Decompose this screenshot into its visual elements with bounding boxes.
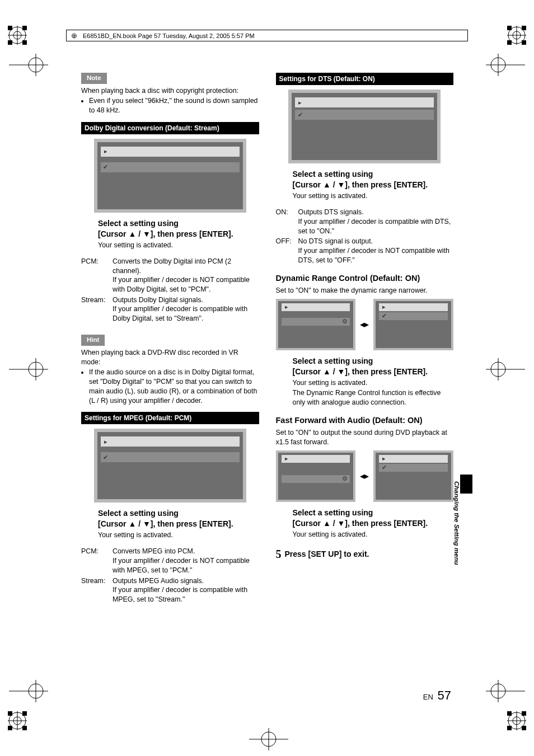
dolby-definition-list: PCM: Converts the Dolby Digital into PCM… xyxy=(81,257,259,323)
play-icon: ▸ xyxy=(295,98,305,107)
svg-rect-20 xyxy=(8,711,12,716)
heading-drc: Dynamic Range Control (Default: ON) xyxy=(276,273,454,284)
instruction-sub: Your setting is activated. xyxy=(98,241,259,250)
mpeg-definition-list: PCM: Converts MPEG into PCM.If your ampl… xyxy=(81,547,259,604)
drc-sub: Set to "ON" to make the dynamic range na… xyxy=(276,286,454,295)
heading-dts: Settings for DTS (Default: ON) xyxy=(276,73,454,85)
gear-icon: ⚙ xyxy=(282,475,350,483)
crop-mark-icon xyxy=(9,358,48,381)
play-icon: ▸ xyxy=(379,303,389,311)
instruction-heading: Select a setting using [Cursor ▲ / ▼], t… xyxy=(293,169,454,190)
drc-note: The Dynamic Range Control function is ef… xyxy=(293,388,454,407)
note-badge: Note xyxy=(81,73,107,84)
heading-mpeg: Settings for MPEG (Default: PCM) xyxy=(81,412,259,424)
play-icon: ▸ xyxy=(101,438,111,446)
register-mark-icon xyxy=(8,26,27,45)
triangle-up-icon: ▲ xyxy=(323,367,331,377)
arrow-left-right-icon: ◂▸ xyxy=(360,318,369,331)
triangle-up-icon: ▲ xyxy=(323,518,331,529)
drc-screenshots: ▸ ⚙ ◂▸ ▸ ✔ xyxy=(276,299,454,350)
arrow-left-right-icon: ◂▸ xyxy=(360,470,369,482)
triangle-up-icon: ▲ xyxy=(128,519,136,529)
note-bullet: Even if you select "96kHz," the sound is… xyxy=(89,96,259,115)
svg-rect-21 xyxy=(22,711,27,716)
instruction-heading: Select a setting using [Cursor ▲ / ▼], t… xyxy=(293,356,454,377)
menu-screenshot-dolby: ▸ ✔ xyxy=(94,139,246,213)
svg-rect-30 xyxy=(507,726,512,730)
check-icon: ✔ xyxy=(295,111,305,119)
svg-rect-12 xyxy=(507,26,512,30)
svg-rect-29 xyxy=(522,711,526,716)
svg-rect-5 xyxy=(22,26,27,30)
step-number: 5 xyxy=(276,548,282,560)
running-head-text: E6851BD_EN.book Page 57 Tuesday, August … xyxy=(83,32,255,39)
instruction-sub: Your setting is activated. xyxy=(293,191,454,201)
svg-rect-7 xyxy=(22,40,27,45)
svg-rect-15 xyxy=(522,40,526,45)
svg-rect-14 xyxy=(507,40,512,45)
triangle-down-icon: ▼ xyxy=(337,367,345,377)
running-head: ⊕ E6851BD_EN.book Page 57 Tuesday, Augus… xyxy=(66,30,468,41)
dts-definition-list: ON: Outputs DTS signals.If your amplifie… xyxy=(276,208,454,265)
register-mark-icon xyxy=(507,711,526,730)
play-icon: ▸ xyxy=(282,303,292,311)
instruction-sub: Your setting is activated. xyxy=(293,378,454,388)
crop-mark-icon xyxy=(9,54,48,76)
triangle-down-icon: ▼ xyxy=(337,180,345,190)
play-icon: ▸ xyxy=(101,147,111,156)
page-number: 57 xyxy=(438,688,451,702)
page-footer: EN 57 xyxy=(423,688,451,703)
triangle-down-icon: ▼ xyxy=(143,519,151,529)
triangle-up-icon: ▲ xyxy=(128,229,136,240)
book-icon: ⊕ xyxy=(71,32,77,39)
svg-rect-28 xyxy=(507,711,512,716)
play-icon: ▸ xyxy=(282,454,292,463)
heading-ffa: Fast Forward with Audio (Default: ON) xyxy=(276,415,454,426)
triangle-down-icon: ▼ xyxy=(337,518,345,529)
crop-mark-icon xyxy=(486,358,525,381)
svg-rect-6 xyxy=(8,40,12,45)
ffa-screenshots: ▸ ⚙ ◂▸ ▸ ✔ xyxy=(276,450,454,502)
crop-mark-icon xyxy=(486,680,525,702)
crop-mark-icon xyxy=(249,728,288,750)
svg-rect-13 xyxy=(522,26,526,30)
svg-rect-22 xyxy=(8,726,12,730)
hint-bullet: If the audio source on a disc is in Dolb… xyxy=(89,368,259,405)
note-text: When playing back a disc with copyright … xyxy=(81,86,259,96)
svg-rect-23 xyxy=(22,726,27,730)
register-mark-icon xyxy=(507,26,526,45)
hint-text: When playing back a DVD-RW disc recorded… xyxy=(81,348,259,367)
check-icon: ✔ xyxy=(101,163,111,171)
instruction-heading: Select a setting using [Cursor ▲ / ▼], t… xyxy=(98,218,259,240)
check-icon: ✔ xyxy=(101,453,111,462)
triangle-down-icon: ▼ xyxy=(143,229,151,240)
footer-lang: EN xyxy=(423,693,433,701)
svg-rect-4 xyxy=(8,26,12,30)
section-tab-label: Changing the Setting menu xyxy=(453,481,460,565)
hint-badge: Hint xyxy=(81,335,105,346)
step-5: 5Press [SET UP] to exit. xyxy=(276,547,454,562)
menu-screenshot-mpeg: ▸ ✔ xyxy=(94,429,246,503)
crop-mark-icon xyxy=(486,54,525,76)
svg-rect-31 xyxy=(522,726,526,730)
menu-screenshot-dts: ▸ ✔ xyxy=(288,90,441,163)
check-icon: ✔ xyxy=(379,312,389,320)
triangle-up-icon: ▲ xyxy=(323,180,331,190)
instruction-heading: Select a setting using [Cursor ▲ / ▼], t… xyxy=(293,508,454,529)
ffa-sub: Set to "ON" to output the sound during D… xyxy=(276,428,454,447)
check-icon: ✔ xyxy=(379,463,389,472)
heading-dolby: Dolby Digital conversion (Default: Strea… xyxy=(81,122,259,134)
crop-mark-icon xyxy=(9,680,48,702)
gear-icon: ⚙ xyxy=(282,317,350,326)
instruction-sub: Your setting is activated. xyxy=(293,530,454,539)
register-mark-icon xyxy=(8,711,27,730)
play-icon: ▸ xyxy=(379,454,389,463)
instruction-heading: Select a setting using [Cursor ▲ / ▼], t… xyxy=(98,508,259,529)
section-tab xyxy=(460,475,472,494)
instruction-sub: Your setting is activated. xyxy=(98,530,259,540)
